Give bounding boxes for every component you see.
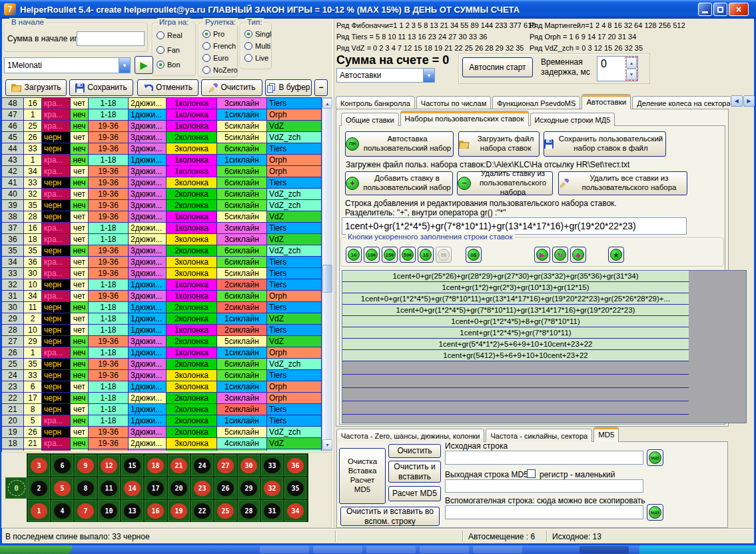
remove-all-bets-button[interactable]: Удалить все ставки из пользовательского … [558,171,687,195]
tab-Автоставки[interactable]: Автоставки [581,94,631,109]
radio-NoZero[interactable]: NoZero [202,66,238,74]
board-cell-17[interactable]: 17 [145,477,167,499]
board-cell-11[interactable]: 11 [98,477,120,499]
bet-row[interactable]: 1cent+0+gr(1*2*4*5)+gr(7*8*10*11)+gr(13*… [342,305,689,316]
md5-calc-button[interactable]: Расчет MD5 [388,486,441,501]
bet-row[interactable]: 1cent+0+gr(1*2*4*5)+gr(7*8*10*11)+gr(13*… [342,293,689,305]
bet-empty-row[interactable] [342,388,689,401]
bet-row[interactable]: 1cent+gr(5*4*1*2)+5+6+9+10+10cent+23+22 [342,339,689,350]
bet-row[interactable]: 1cent+0+gr(1*2*4*5)+8+gr(7*8*10*11) [342,316,689,327]
radio-Live[interactable]: Live [244,54,268,62]
tab-Исходные строки МД5[interactable]: Исходные строки МД5 [530,113,615,126]
board-cell-15[interactable]: 15 [121,455,143,476]
tab-scroll-left-button[interactable]: ◀ [731,95,743,107]
md5-clear-paste-button[interactable]: Очистить и вставить [388,461,441,483]
minimize-button[interactable] [698,3,712,16]
board-cell-6[interactable]: 6 [51,455,73,476]
radio-Singl[interactable]: Singl [244,30,271,38]
md5-big-button[interactable]: Очистка Вставка Расчет MD5 [339,448,386,504]
board-cell-9[interactable]: 9 [75,455,97,476]
board-cell-20[interactable]: 20 [168,477,190,499]
board-cell-5[interactable]: 5 [51,477,73,499]
board-cell-34[interactable]: 34 [284,500,306,521]
board-cell-0[interactable]: 0 [5,477,27,499]
chip-shuffle-button[interactable]: ◆ [570,247,586,263]
board-cell-3[interactable]: 3 [28,455,50,476]
save-button[interactable]: Сохранить [69,79,133,96]
bet-empty-row[interactable] [342,415,689,423]
board-cell-4[interactable]: 4 [51,500,73,521]
board-cell-10[interactable]: 10 [98,500,120,521]
board-cell-12[interactable]: 12 [98,455,120,476]
taskbar-button[interactable] [366,546,416,553]
taskbar-button[interactable] [420,546,469,553]
undo-button[interactable]: Отменить [137,79,198,96]
board-cell-23[interactable]: 23 [191,477,213,499]
chip-25¢-button[interactable]: 25¢ [382,247,398,263]
board-cell-8[interactable]: 8 [75,477,97,499]
taskbar[interactable] [0,545,756,554]
radio-Euro[interactable]: Euro [202,54,228,62]
board-cell-22[interactable]: 22 [191,500,213,521]
scrollbar-thumb[interactable] [322,265,332,293]
board-cell-1[interactable]: 1 [28,500,50,521]
spin-down-button[interactable]: ▼ [626,69,637,80]
save-bet-file-button[interactable]: Сохранить пользовательский набор ставок … [544,131,666,157]
delay-spinner[interactable]: 0 ▲ ▼ [597,56,638,81]
bet-row[interactable]: 1cent+gr(1*2*4*5)+gr(7*8*10*11) [342,327,689,339]
tab-Наборы пользовательских ставок[interactable]: Наборы пользовательских ставок [400,111,529,126]
run-strategy-button[interactable]: ▶ [135,56,153,74]
tab-Частота - Zero, шансы, дюжины, колонки[interactable]: Частота - Zero, шансы, дюжины, колонки [336,429,484,442]
tab-Контроль банкролла[interactable]: Контроль банкролла [336,96,415,109]
md5-aux-input[interactable] [445,505,643,519]
bet-row[interactable]: 1cent+0+gr(25*26)+gr(28*29)+gr(27*30)+gr… [342,271,689,282]
taskbar-button[interactable] [313,546,362,553]
board-cell-7[interactable]: 7 [75,500,97,521]
load-button[interactable]: Загрузить [5,79,67,96]
titlebar[interactable]: 7 HelperRoullet 5.4- create helperroulle… [0,0,756,19]
board-cell-32[interactable]: 32 [261,477,283,499]
taskbar-button[interactable] [473,546,522,553]
maximize-button[interactable] [713,3,727,16]
start-sum-input[interactable] [77,31,145,46]
chip-refresh-button[interactable]: ↻ [552,247,568,263]
scroll-down-button[interactable]: ▼ [322,439,332,450]
pane-splitter[interactable] [332,19,334,529]
chip-star-button[interactable]: ★ [608,247,624,263]
taskbar-button[interactable] [260,546,309,553]
radio-Multi[interactable]: Multi [244,42,270,50]
board-cell-26[interactable]: 26 [214,477,236,499]
board-cell-30[interactable]: 30 [238,455,260,476]
tab-Частоты по числам[interactable]: Частоты по числам [416,96,491,109]
board-cell-28[interactable]: 28 [238,500,260,521]
board-cell-13[interactable]: 13 [121,500,143,521]
board-cell-18[interactable]: 18 [145,455,167,476]
radio-Fan[interactable]: Fan [157,46,180,54]
scroll-up-button[interactable]: ▲ [322,98,332,109]
bet-empty-row[interactable] [342,361,689,375]
bet-empty-row[interactable] [342,401,689,415]
bet-empty-row[interactable] [342,375,689,388]
taskbar-button-active[interactable] [579,546,629,553]
load-bet-file-button[interactable]: Загрузить файл набора ставок [458,131,540,157]
md5-clear-button[interactable]: Очистить [388,444,441,458]
board-cell-36[interactable]: 36 [284,455,306,476]
collapse-button[interactable]: − [314,79,328,96]
tab-Функционал PsevdoMS[interactable]: Функционал PsevdoMS [492,96,580,109]
spin-up-button[interactable]: ▲ [626,57,637,69]
add-bet-button[interactable]: + Добавить ставку в пользовательский наб… [345,171,453,195]
chevron-down-icon[interactable]: ▼ [423,69,434,82]
board-cell-35[interactable]: 35 [284,477,306,499]
clear-button[interactable]: Очистить [201,79,262,96]
tab-scroll-right-button[interactable]: ▶ [743,95,755,107]
bet-row[interactable]: 1cent+gr(5412)+5+6+9+10+10cent+23+22 [342,350,689,361]
chip-0$-button[interactable]: 0$ [466,247,482,263]
grid-scrollbar[interactable]: ▲ ▼ [322,97,333,451]
bet-row[interactable]: 1cent+gr(1*2)+gr(2*3)+gr(10*13)+gr(12*15… [342,282,689,293]
md5-clear-paste-aux-button[interactable]: Очистить и вставить во вспом. строку [340,507,440,526]
start-button[interactable] [0,545,72,554]
radio-French[interactable]: French [202,42,236,50]
board-cell-19[interactable]: 19 [168,500,190,521]
mode-combo[interactable]: Автоставки ▼ [336,68,435,83]
board-cell-27[interactable]: 27 [214,455,236,476]
